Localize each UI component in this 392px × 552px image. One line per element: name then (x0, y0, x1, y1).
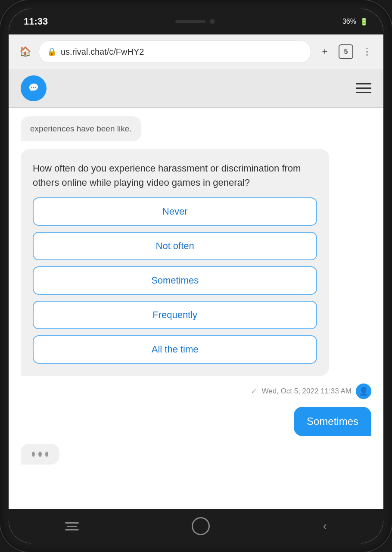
app-logo (21, 75, 47, 101)
user-avatar: 👤 (356, 384, 371, 399)
status-bar: 11:33 36% 🔋 (9, 9, 383, 34)
nav-back-button[interactable]: ‹ (323, 519, 327, 533)
phone-frame: 11:33 36% 🔋 🏠 🔒 us.rival.chat/c/FwHY2 + … (0, 0, 392, 552)
svg-point-1 (31, 87, 32, 88)
option-sometimes[interactable]: Sometimes (33, 266, 317, 295)
phone-screen: 11:33 36% 🔋 🏠 🔒 us.rival.chat/c/FwHY2 + … (9, 9, 383, 543)
chat-content: experiences have been like. How often do… (9, 108, 383, 509)
tab-count-badge[interactable]: 5 (339, 44, 353, 59)
add-tab-button[interactable]: + (317, 44, 333, 59)
notch-camera (210, 19, 215, 24)
option-all-the-time[interactable]: All the time (33, 335, 317, 364)
option-never[interactable]: Never (33, 197, 317, 226)
bottom-nav: ‹ (9, 509, 383, 543)
back-chevron-icon: ‹ (323, 519, 327, 533)
svg-point-3 (35, 87, 36, 88)
svg-point-2 (33, 87, 34, 88)
browser-home-button[interactable]: 🏠 (17, 44, 33, 59)
message-timestamp: Wed, Oct 5, 2022 11:33 AM (261, 387, 352, 396)
typing-dot-1 (32, 452, 35, 457)
user-avatar-icon: 👤 (359, 387, 368, 396)
bot-message-partial: experiences have been like. (21, 116, 141, 141)
typing-indicator (21, 444, 59, 465)
survey-options-list: Never Not often Sometimes Frequently All… (33, 197, 317, 364)
survey-bubble: How often do you experience harassment o… (21, 149, 329, 376)
url-bar[interactable]: 🔒 us.rival.chat/c/FwHY2 (39, 41, 311, 63)
status-icons: 36% 🔋 (342, 18, 368, 26)
survey-question-text: How often do you experience harassment o… (33, 161, 317, 190)
home-circle-icon (192, 517, 210, 535)
option-not-often[interactable]: Not often (33, 232, 317, 260)
app-header (9, 69, 383, 108)
status-time: 11:33 (24, 16, 48, 27)
browser-actions: + 5 ⋮ (317, 44, 375, 59)
nav-home-button[interactable] (192, 517, 210, 535)
typing-dot-2 (38, 452, 41, 457)
url-text: us.rival.chat/c/FwHY2 (61, 47, 144, 57)
notch-speaker (175, 20, 205, 23)
option-frequently[interactable]: Frequently (33, 301, 317, 329)
rival-chat-logo-svg (25, 80, 42, 97)
checkmark-icon: ✓ (251, 387, 257, 396)
notch (156, 16, 234, 28)
user-response-bubble: Sometimes (294, 407, 371, 436)
battery-icon: 🔋 (360, 18, 368, 26)
hamburger-menu-button[interactable] (356, 83, 371, 93)
partial-message-text: experiences have been like. (30, 124, 132, 133)
browser-menu-button[interactable]: ⋮ (359, 44, 375, 59)
typing-dot-3 (45, 452, 48, 457)
battery-text: 36% (342, 18, 356, 25)
lock-icon: 🔒 (47, 47, 56, 56)
browser-bar: 🏠 🔒 us.rival.chat/c/FwHY2 + 5 ⋮ (9, 34, 383, 69)
nav-recent-apps-button[interactable] (65, 522, 79, 530)
timestamp-row: ✓ Wed, Oct 5, 2022 11:33 AM 👤 (21, 384, 371, 399)
